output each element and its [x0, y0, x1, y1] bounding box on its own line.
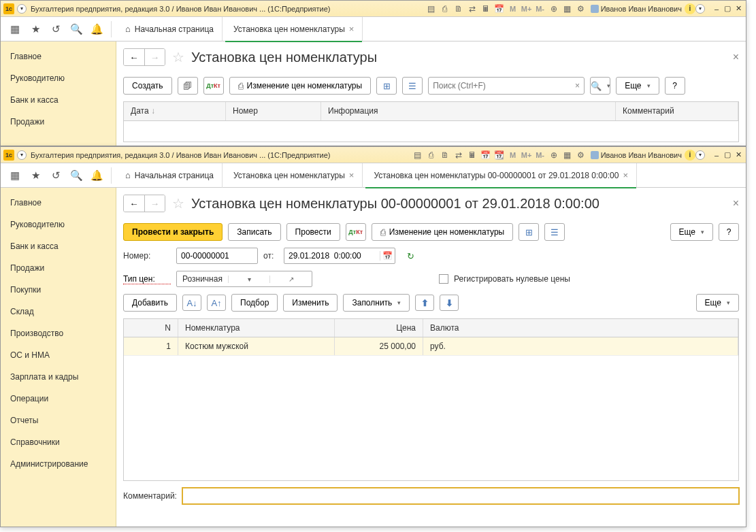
sort-desc-button[interactable]: A↑ — [207, 295, 226, 311]
col-n[interactable]: N — [124, 319, 178, 337]
structure-button[interactable]: ⊞ — [376, 77, 397, 95]
sidebar-item[interactable]: Операции — [1, 388, 116, 410]
post-close-button[interactable]: Провести и закрыть — [123, 223, 223, 241]
user-label[interactable]: Иванов Иван Иванович — [591, 151, 682, 159]
scale-mminus-icon[interactable]: M- — [534, 3, 546, 15]
sidebar-item[interactable]: Справочники — [1, 431, 116, 453]
apps-grid-icon[interactable]: ▦ — [6, 167, 24, 184]
document-grid[interactable]: Дата Номер Информация Комментарий — [123, 101, 739, 142]
col-currency[interactable]: Валюта — [423, 319, 738, 337]
maximize-icon[interactable]: ▢ — [723, 4, 732, 14]
zoom-in-icon[interactable]: ⊕ — [548, 149, 560, 161]
sidebar-item[interactable]: Банк и касса — [1, 235, 116, 257]
history-icon[interactable]: ▦ — [561, 3, 574, 15]
tab-price-setup-doc[interactable]: Установка цен номенклатуры 00-00000001 о… — [365, 163, 637, 188]
scale-mplus-icon[interactable]: M+ — [521, 149, 533, 161]
history-icon[interactable]: ▦ — [561, 149, 574, 161]
number-field[interactable] — [176, 248, 258, 264]
col-number[interactable]: Номер — [226, 102, 321, 120]
col-price[interactable]: Цена — [335, 319, 423, 337]
compare-icon[interactable]: ⇄ — [453, 149, 465, 161]
tab-home[interactable]: ⌂Начальная страница — [117, 163, 223, 188]
sidebar-item[interactable]: Банк и касса — [1, 89, 116, 111]
col-info[interactable]: Информация — [321, 102, 616, 120]
favorite-toggle-icon[interactable]: ☆ — [172, 195, 184, 212]
sidebar-item[interactable]: Отчеты — [1, 410, 116, 431]
edit-button[interactable]: Изменить — [283, 294, 338, 312]
favorite-toggle-icon[interactable]: ☆ — [172, 49, 184, 65]
sidebar-item[interactable]: ОС и НМА — [1, 344, 116, 366]
calendar-icon[interactable]: 📅 — [493, 3, 506, 15]
calculator-icon[interactable]: 🖩 — [480, 3, 492, 15]
sidebar-item[interactable]: Главное — [1, 192, 116, 214]
zoom-in-icon[interactable]: ⊕ — [548, 3, 560, 15]
change-prices-button[interactable]: ⎙Изменение цен номенклатуры — [229, 77, 372, 95]
history-nav-icon[interactable]: ↺ — [47, 167, 65, 184]
comment-field[interactable] — [182, 488, 739, 504]
scale-m-icon[interactable]: M — [507, 149, 519, 161]
move-up-button[interactable]: ⬆ — [415, 295, 434, 311]
calendar2-icon[interactable]: 📆 — [493, 149, 506, 161]
minimize-icon[interactable]: – — [712, 150, 721, 160]
list-view-button[interactable]: ☰ — [544, 223, 565, 241]
dtkt-button[interactable]: ДтКт — [203, 77, 224, 95]
calendar-picker-icon[interactable]: 📅 — [380, 251, 395, 261]
price-type-select[interactable]: Розничная ▾ ↗ — [176, 271, 312, 287]
maximize-icon[interactable]: ▢ — [723, 150, 732, 160]
save-disk-icon[interactable]: ▤ — [425, 3, 438, 15]
sidebar-item[interactable]: Продажи — [1, 111, 116, 133]
tab-close-icon[interactable]: × — [349, 24, 355, 34]
create-button[interactable]: Создать — [123, 77, 172, 95]
sidebar-item[interactable]: Главное — [1, 46, 116, 67]
more-button[interactable]: Еще — [670, 223, 713, 241]
search-input[interactable]: × — [428, 77, 585, 95]
info-icon[interactable]: i — [685, 150, 695, 161]
calculator-icon[interactable]: 🖩 — [466, 149, 478, 161]
close-icon[interactable]: ✕ — [734, 4, 743, 14]
sidebar-item[interactable]: Администрирование — [1, 453, 116, 475]
forward-button[interactable]: → — [144, 195, 165, 212]
tab-close-icon[interactable]: × — [349, 170, 355, 180]
user-label[interactable]: Иванов Иван Иванович — [591, 5, 682, 13]
sidebar-item[interactable]: Производство — [1, 322, 116, 344]
search-icon[interactable]: 🔍 — [67, 20, 85, 38]
date-field[interactable]: 📅 — [284, 248, 395, 264]
refresh-icon[interactable]: ↻ — [401, 248, 420, 264]
scale-mplus-icon[interactable]: M+ — [521, 3, 533, 15]
close-panel-icon[interactable]: × — [733, 51, 739, 63]
scale-mminus-icon[interactable]: M- — [534, 149, 546, 161]
bell-icon[interactable]: 🔔 — [88, 20, 105, 38]
search-icon[interactable]: 🔍 — [67, 167, 85, 184]
print-icon[interactable]: ⎙ — [439, 3, 451, 15]
table-row[interactable]: 1 Костюм мужской 25 000,00 руб. — [124, 337, 738, 356]
bell-icon[interactable]: 🔔 — [88, 167, 105, 184]
print-icon[interactable]: ⎙ — [425, 149, 438, 161]
preview-icon[interactable]: 🗎 — [453, 3, 465, 15]
more-button[interactable]: Еще — [616, 77, 659, 95]
col-nomenclature[interactable]: Номенклатура — [178, 319, 335, 337]
dtkt-button[interactable]: ДтКт — [346, 223, 366, 241]
history-nav-icon[interactable]: ↺ — [47, 20, 65, 38]
sidebar-item[interactable]: Склад — [1, 301, 116, 322]
tab-price-setup[interactable]: Установка цен номенклатуры× — [225, 17, 363, 41]
sidebar-item[interactable]: Руководителю — [1, 214, 116, 235]
minimize-icon[interactable]: – — [712, 4, 721, 14]
settings-icon[interactable]: ⚙ — [575, 3, 587, 15]
change-prices-button[interactable]: ⎙Изменение цен номенклатуры — [372, 223, 514, 241]
info-dropdown-icon[interactable]: ▾ — [695, 150, 705, 160]
search-options-button[interactable]: 🔍 — [590, 77, 610, 95]
open-dialog-icon[interactable]: ↗ — [269, 276, 312, 283]
structure-button[interactable]: ⊞ — [519, 223, 539, 241]
favorite-star-icon[interactable]: ★ — [27, 167, 44, 184]
add-button[interactable]: Добавить — [123, 294, 177, 312]
select-button[interactable]: Подбор — [231, 294, 278, 312]
save-disk-icon[interactable]: ▤ — [412, 149, 424, 161]
back-button[interactable]: ← — [124, 195, 144, 212]
sort-asc-button[interactable]: A↓ — [182, 295, 201, 311]
close-icon[interactable]: ✕ — [734, 150, 743, 160]
settings-icon[interactable]: ⚙ — [575, 149, 587, 161]
apps-grid-icon[interactable]: ▦ — [6, 20, 24, 38]
menu-dropdown-icon[interactable]: ▾ — [17, 150, 27, 160]
copy-button[interactable]: 🗐 — [178, 77, 198, 95]
back-button[interactable]: ← — [124, 49, 144, 65]
